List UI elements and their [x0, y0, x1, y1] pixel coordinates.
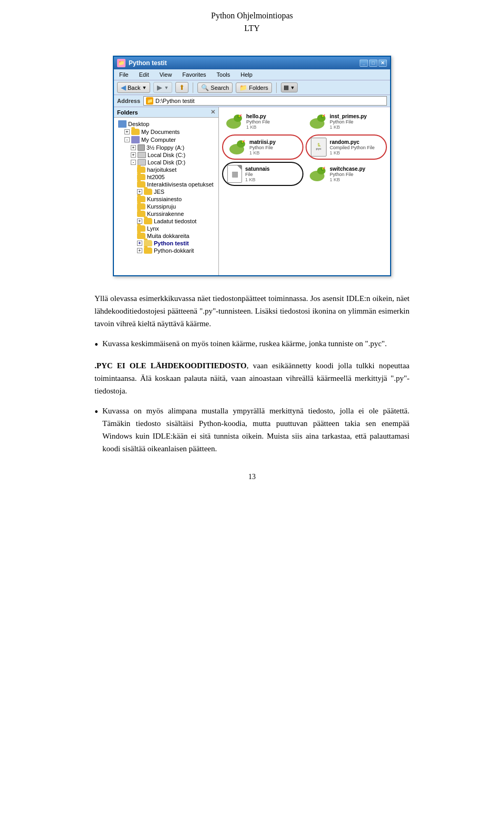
snake-icon-hello: [224, 112, 243, 131]
snake-icon-matriisi: [227, 138, 246, 157]
folders-panel: Folders ✕ Desktop + My Documents -: [114, 107, 219, 275]
address-path: D:\Python testit: [155, 98, 195, 104]
toolbar-separator-2: [276, 82, 277, 93]
tree-item-diskc[interactable]: + Local Disk (C:): [129, 151, 218, 159]
address-field[interactable]: 📁 D:\Python testit: [143, 96, 387, 106]
tree-item-label-pythondokkarit: Python-dokkarit: [154, 247, 194, 254]
up-button[interactable]: ⬆: [175, 82, 188, 93]
tree-item-floppy[interactable]: + 3½ Floppy (A:): [129, 144, 218, 151]
desktop-icon: [118, 120, 127, 128]
tree-item-interaktiivisesta[interactable]: Interaktiivisesta opetukset: [135, 181, 218, 188]
tree-item-lynx[interactable]: Lynx: [135, 225, 218, 232]
file-size-hello: 1 KB: [246, 124, 270, 130]
file-item-randompyc[interactable]: 🐍pyc random.pyc Compiled Python File 1 K…: [306, 134, 387, 160]
tree-item-pythontestit[interactable]: + Python testit: [135, 240, 218, 247]
tree-item-label-ladatut: Ladatut tiedostot: [154, 218, 196, 224]
bullet-paragraph-2: • Kuvassa on myös alimpana mustalla ympy…: [94, 404, 410, 455]
view-button[interactable]: ▦ ▼: [281, 82, 298, 92]
back-label: Back: [128, 85, 140, 91]
file-size-matriisi: 1 KB: [249, 150, 276, 155]
tree-item-label-kurssipruju: Kurssipruju: [147, 203, 176, 210]
file-item-matriisi[interactable]: matriisi.py Python File 1 KB: [222, 134, 303, 160]
file-name-hello: hello.py: [246, 113, 270, 119]
pyc-bold-text: .PYC EI OLE LÄHDEKOODITIEDOSTO: [94, 361, 247, 370]
file-type-satunnais: File: [245, 172, 270, 177]
tree-item-mycomputer[interactable]: - My Computer: [122, 136, 218, 144]
expand-pythontestit[interactable]: +: [137, 241, 142, 246]
tree-item-label-harjoitukset: harjoitukset: [147, 167, 176, 173]
file-info-matriisi: matriisi.py Python File 1 KB: [249, 139, 276, 155]
expand-pythondokkarit[interactable]: +: [137, 248, 142, 253]
tree-item-kurssiainesto[interactable]: Kurssiainesto: [135, 195, 218, 203]
search-button[interactable]: 🔍 Search: [197, 82, 233, 93]
menu-favorites[interactable]: Favorites: [181, 70, 207, 79]
tree-item-muita[interactable]: Muita dokkareita: [135, 232, 218, 240]
tree-item-pythondokkarit[interactable]: + Python-dokkarit: [135, 247, 218, 254]
tree-item-diskd[interactable]: - Local Disk (D:): [129, 159, 218, 166]
minimize-button[interactable]: _: [360, 59, 368, 67]
expand-jes[interactable]: +: [137, 189, 142, 194]
file-info-instprimes: inst_primes.py Python File 1 KB: [330, 113, 367, 130]
tree-item-harjoitukset[interactable]: harjoitukset: [135, 166, 218, 173]
folders-close-button[interactable]: ✕: [211, 109, 215, 116]
menu-help[interactable]: Help: [239, 70, 254, 79]
tree-item-ht2005[interactable]: ht2005: [135, 173, 218, 181]
menu-tools[interactable]: Tools: [216, 70, 232, 79]
back-button[interactable]: ◀ Back ▼: [117, 82, 150, 93]
close-button[interactable]: ✕: [379, 59, 387, 67]
back-arrow-icon: ◀: [121, 84, 126, 91]
paragraph-2: .PYC EI OLE LÄHDEKOODITIEDOSTO, vaan esi…: [94, 359, 410, 397]
folder-icon-mydocs: [131, 129, 140, 135]
tree-item-jes[interactable]: + JES: [135, 188, 218, 195]
file-type-randompyc: Compiled Python File: [330, 145, 375, 150]
view-icon: ▦: [284, 84, 289, 91]
bullet-symbol-1: •: [94, 337, 98, 352]
tree-item-label-floppy: 3½ Floppy (A:): [146, 144, 184, 151]
file-size-instprimes: 1 KB: [330, 124, 367, 130]
file-item-instprimes[interactable]: inst_primes.py Python File 1 KB: [306, 110, 387, 132]
file-info-hello: hello.py Python File 1 KB: [246, 113, 270, 130]
folder-tree: Desktop + My Documents - My Computer +: [114, 118, 218, 256]
paragraph-1: Yllä olevassa esimerkkikuvassa näet tied…: [94, 292, 410, 330]
forward-button[interactable]: ▶ ▼: [153, 82, 172, 93]
expand-diskd[interactable]: -: [131, 160, 136, 165]
file-size-randompyc: 1 KB: [330, 150, 375, 155]
menu-file[interactable]: File: [118, 70, 130, 79]
folders-button[interactable]: 📁 Folders: [236, 82, 272, 93]
menu-view[interactable]: View: [159, 70, 173, 79]
file-name-instprimes: inst_primes.py: [330, 113, 367, 119]
address-label: Address: [117, 98, 140, 104]
file-type-instprimes: Python File: [330, 119, 367, 124]
expand-diskc[interactable]: +: [131, 152, 136, 158]
expand-mycomputer[interactable]: -: [124, 137, 130, 142]
forward-dropdown-icon: ▼: [164, 85, 169, 90]
file-item-satunnais[interactable]: ▦ satunnais File 1 KB: [222, 162, 303, 186]
tree-item-kurssipruju[interactable]: Kurssipruju: [135, 203, 218, 210]
file-item-hello[interactable]: hello.py Python File 1 KB: [222, 110, 303, 132]
explorer-window: 📁 Python testit _ □ ✕ File Edit View Fav…: [113, 56, 391, 276]
bullet-text-1: Kuvassa keskimmäisenä on myös toinen kää…: [102, 337, 387, 352]
tree-item-label-muita: Muita dokkareita: [147, 233, 190, 239]
page-header: Python Ohjelmointiopas LTY: [0, 0, 504, 40]
file-info-randompyc: random.pyc Compiled Python File 1 KB: [330, 139, 375, 155]
file-name-switchcase: switchcase.py: [330, 166, 365, 172]
maximize-button[interactable]: □: [369, 59, 377, 67]
toolbar-separator-1: [193, 82, 193, 93]
tree-item-label-mydocs: My Documents: [141, 129, 180, 135]
expand-ladatut[interactable]: +: [137, 219, 142, 224]
menu-edit[interactable]: Edit: [138, 70, 150, 79]
file-item-switchcase[interactable]: switchcase.py Python File 1 KB: [306, 162, 387, 186]
address-bar: Address 📁 D:\Python testit: [114, 95, 390, 107]
tree-item-label-pythontestit: Python testit: [154, 240, 189, 246]
screenshot-container: 📁 Python testit _ □ ✕ File Edit View Fav…: [0, 56, 504, 276]
tree-item-ladatut[interactable]: + Ladatut tiedostot: [135, 217, 218, 225]
expand-mydocs[interactable]: +: [124, 129, 130, 134]
file-type-matriisi: Python File: [249, 145, 276, 150]
expand-floppy[interactable]: +: [131, 145, 136, 150]
file-type-switchcase: Python File: [330, 172, 365, 177]
tree-item-mydocs[interactable]: + My Documents: [122, 128, 218, 136]
explorer-title: Python testit: [129, 59, 167, 67]
tree-item-kurssirakenne[interactable]: Kurssirakenne: [135, 210, 218, 217]
explorer-titlebar: 📁 Python testit _ □ ✕: [114, 57, 390, 69]
file-name-satunnais: satunnais: [245, 166, 270, 172]
